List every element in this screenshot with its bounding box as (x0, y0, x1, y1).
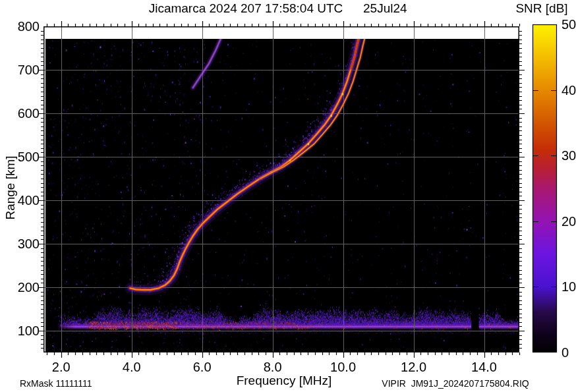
y-tick-label: 100 (0, 323, 40, 338)
page-title: Jicamarca 2024 207 17:58:04 UTC (81, 1, 411, 16)
colorbar-tick-label: 50 (562, 17, 576, 32)
x-tick-label: 10.0 (324, 360, 363, 374)
x-axis-label: Frequency [MHz] (212, 374, 357, 388)
x-tick-label: 4.0 (112, 360, 152, 374)
y-tick-label: 300 (0, 237, 40, 251)
colorbar-tick-label: 10 (562, 279, 576, 294)
colorbar-tick-label: 40 (562, 83, 576, 98)
ionogram-heatmap (0, 0, 576, 392)
y-tick-label: 500 (0, 150, 40, 164)
rx-mask-label: RxMask 11111111 (20, 378, 92, 389)
ionogram-window: Jicamarca 2024 207 17:58:04 UTC 25Jul24 … (0, 0, 576, 392)
x-tick-label: 14.0 (465, 360, 504, 374)
colorbar-tick-label: 20 (562, 214, 576, 229)
colorbar-tick-label: 30 (562, 148, 576, 163)
date-label: 25Jul24 (363, 1, 407, 16)
file-id-label: VIPIR JM91J_2024207175804.RIQ (373, 378, 538, 389)
y-tick-label: 400 (0, 193, 40, 208)
y-tick-label: 800 (0, 19, 40, 34)
x-tick-label: 2.0 (42, 360, 81, 374)
x-tick-label: 8.0 (253, 360, 293, 374)
y-tick-label: 600 (0, 106, 40, 121)
colorbar-tick-label: 0 (562, 345, 576, 360)
x-tick-label: 12.0 (394, 360, 434, 374)
y-tick-label: 200 (0, 280, 40, 294)
y-tick-label: 700 (0, 63, 40, 77)
x-tick-label: 6.0 (183, 360, 222, 374)
colorbar-title: SNR [dB] (507, 1, 576, 16)
